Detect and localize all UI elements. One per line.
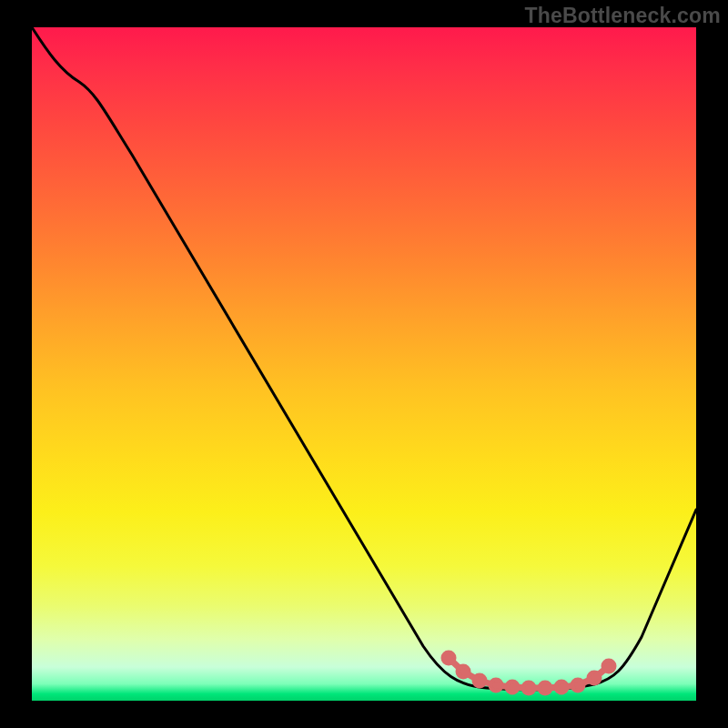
watermark-text: TheBottleneck.com xyxy=(524,4,721,28)
chart-frame: TheBottleneck.com xyxy=(0,0,728,728)
bottleneck-curve xyxy=(32,27,696,690)
curve-layer xyxy=(32,27,696,701)
plot-area xyxy=(32,27,696,701)
